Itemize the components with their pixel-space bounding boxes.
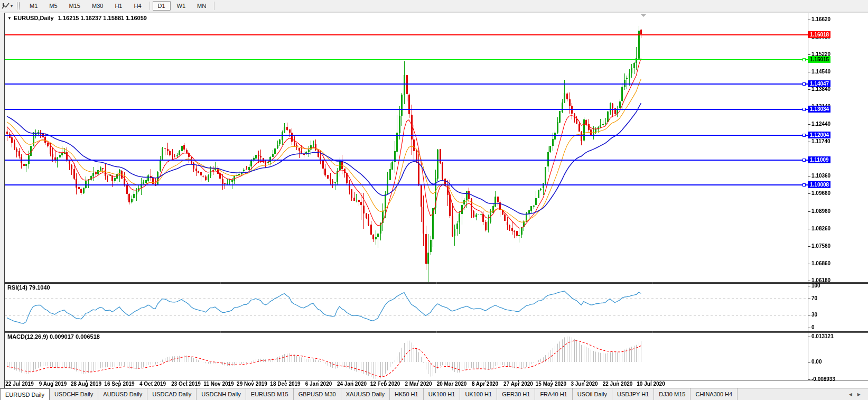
toolbar-grip: [17, 2, 20, 10]
chart-tools-dropdown-icon[interactable]: ▾: [11, 4, 13, 8]
chart-tab-uk100-h1[interactable]: UK100 H1: [424, 388, 461, 400]
date-axis-label: 22 Jul 2019: [5, 381, 33, 387]
chart-tab-hk50-h1[interactable]: HK50 H1: [390, 388, 424, 400]
price-axis-tick: 1.06860: [811, 261, 830, 266]
chart-tab-ger30-h1[interactable]: GER30 H1: [497, 388, 535, 400]
date-axis-label: 29 Nov 2019: [237, 381, 267, 387]
chart-tab-dj30-m15[interactable]: DJ30 M15: [654, 388, 690, 400]
toolbar-separator: [150, 2, 150, 10]
timeframe-buttons: M1M5M15M30H1H4D1W1MN: [24, 1, 217, 11]
toolbar-separator: [214, 2, 214, 10]
timeframe-button-m30[interactable]: M30: [87, 1, 108, 11]
line-chart-icon: [2, 2, 10, 10]
price-axis-tick: 1.12440: [811, 121, 830, 127]
chart-symbol-period: EURUSD,Daily: [14, 15, 54, 21]
chart-tabs: EURUSD DailyUSDCHF DailyAUDUSD DailyUSDC…: [0, 388, 738, 400]
date-axis-label: 9 Aug 2019: [39, 381, 67, 387]
date-axis-label: 8 Apr 2020: [472, 381, 498, 387]
timeframe-toolbar: ▾ M1M5M15M30H1H4D1W1MN: [0, 0, 868, 12]
hline-price-label[interactable]: 1.13034: [808, 106, 830, 113]
chart-tab-usoil-daily[interactable]: USOil Daily: [573, 388, 612, 400]
price-chart-canvas[interactable]: [5, 13, 868, 389]
price-axis-tick: 1.07560: [811, 243, 830, 249]
rsi-axis-tick: 30: [811, 312, 817, 318]
chart-tab-eurusd-daily[interactable]: EURUSD Daily: [0, 388, 50, 400]
timeframe-button-h1[interactable]: H1: [109, 1, 127, 11]
timeframe-button-d1[interactable]: D1: [153, 1, 171, 11]
hline-price-label[interactable]: 1.15015: [808, 56, 830, 63]
timeframe-button-h4[interactable]: H4: [128, 1, 146, 11]
macd-indicator-label: MACD(12,26,9) 0.009017 0.006518: [7, 333, 100, 340]
price-axis-tick: 1.16620: [811, 16, 830, 22]
chart-tab-usdchf-daily[interactable]: USDCHF Daily: [50, 388, 98, 400]
date-axis-label: 12 Feb 2020: [370, 381, 400, 387]
collapse-triangle-icon[interactable]: ▼: [7, 16, 12, 21]
price-axis-tick: 1.08260: [811, 226, 830, 231]
date-axis-label: 28 Aug 2019: [71, 381, 101, 387]
hline-price-label[interactable]: 1.12004: [808, 132, 830, 138]
chart-tab-xauusd-daily[interactable]: XAUUSD Daily: [341, 388, 390, 400]
price-axis-tick: 1.10360: [811, 173, 830, 179]
date-axis-label: 3 Jun 2020: [571, 381, 598, 387]
chart-tab-gbpusd-m30[interactable]: GBPUSD M30: [294, 388, 341, 400]
hline-price-label[interactable]: 1.16018: [808, 31, 830, 38]
date-axis-label: 10 Jul 2020: [637, 381, 665, 387]
hline-price-label[interactable]: 1.10008: [808, 181, 830, 188]
rsi-axis-tick: 100: [811, 283, 820, 289]
date-axis-label: 20 Mar 2020: [437, 381, 467, 387]
tabs-scroll-right-icon[interactable]: ▶: [857, 392, 861, 397]
date-axis-label: 6 Jan 2020: [305, 381, 332, 387]
date-axis-label: 24 Jan 2020: [337, 381, 367, 387]
date-axis-label: 22 Jun 2020: [603, 381, 633, 387]
chart-tab-usdjpy-h1[interactable]: USDJPY H1: [612, 388, 654, 400]
timeframe-button-mn[interactable]: MN: [192, 1, 211, 11]
price-axis-tick: 1.14540: [811, 69, 830, 75]
tabs-scroll-left-icon[interactable]: ◀: [849, 392, 852, 397]
hline-price-label[interactable]: 1.14047: [808, 80, 830, 87]
chart-tab-audusd-daily[interactable]: AUDUSD Daily: [98, 388, 147, 400]
chart-tabs-bar: EURUSD DailyUSDCHF DailyAUDUSD DailyUSDC…: [0, 388, 868, 400]
chart-tab-usdcnh-daily[interactable]: USDCNH Daily: [197, 388, 246, 400]
rsi-axis-tick: 70: [811, 295, 817, 301]
date-axis-label: 15 May 2020: [536, 381, 566, 387]
mt4-terminal: ▾ M1M5M15M30H1H4D1W1MN ▼EURUSD,Daily1.16…: [0, 0, 868, 400]
chart-tools-icon[interactable]: [2, 2, 10, 10]
timeframe-button-m15[interactable]: M15: [64, 1, 86, 11]
macd-axis-tick: -0.008933: [811, 376, 835, 382]
chart-tab-usdcad-daily[interactable]: USDCAD Daily: [147, 388, 197, 400]
macd-axis-tick: 0.00: [811, 359, 822, 365]
chart-tab-uk100-h1[interactable]: UK100 H1: [460, 388, 497, 400]
price-axis-tick: 1.08960: [811, 208, 830, 214]
rsi-axis-tick: 0: [811, 324, 815, 330]
price-axis-tick: 1.09660: [811, 190, 830, 196]
hline-price-label[interactable]: 1.11009: [808, 156, 830, 163]
date-axis-label: 11 Nov 2019: [203, 381, 234, 387]
date-axis-label: 18 Dec 2019: [270, 381, 300, 387]
chart-tab-china300-h4[interactable]: CHINA300 H4: [690, 388, 738, 400]
rsi-indicator-label: RSI(14) 79.1040: [7, 284, 50, 291]
date-axis-label: 16 Sep 2019: [104, 381, 134, 387]
date-axis-label: 27 Apr 2020: [503, 381, 533, 387]
chart-ohlc-values: 1.16215 1.16237 1.15881 1.16059: [58, 15, 147, 21]
date-axis-label: 4 Oct 2019: [139, 381, 166, 387]
timeframe-button-w1[interactable]: W1: [172, 1, 191, 11]
macd-axis-tick: 0.013121: [811, 333, 834, 339]
chart-window: ▼EURUSD,Daily1.16215 1.16237 1.15881 1.1…: [4, 13, 868, 389]
date-axis-label: 23 Oct 2019: [171, 381, 201, 387]
price-axis-tick: 1.11740: [811, 138, 830, 144]
timeframe-button-m5[interactable]: M5: [44, 1, 62, 11]
tabs-scroll-arrows: ◀ ▶: [842, 388, 868, 400]
chart-title: ▼EURUSD,Daily1.16215 1.16237 1.15881 1.1…: [7, 15, 147, 21]
chart-tab-fra40-h1[interactable]: FRA40 H1: [535, 388, 572, 400]
timeframe-button-m1[interactable]: M1: [24, 1, 43, 11]
date-axis-label: 2 Mar 2020: [405, 381, 432, 387]
chart-tab-eurusd-m15[interactable]: EURUSD M15: [246, 388, 294, 400]
